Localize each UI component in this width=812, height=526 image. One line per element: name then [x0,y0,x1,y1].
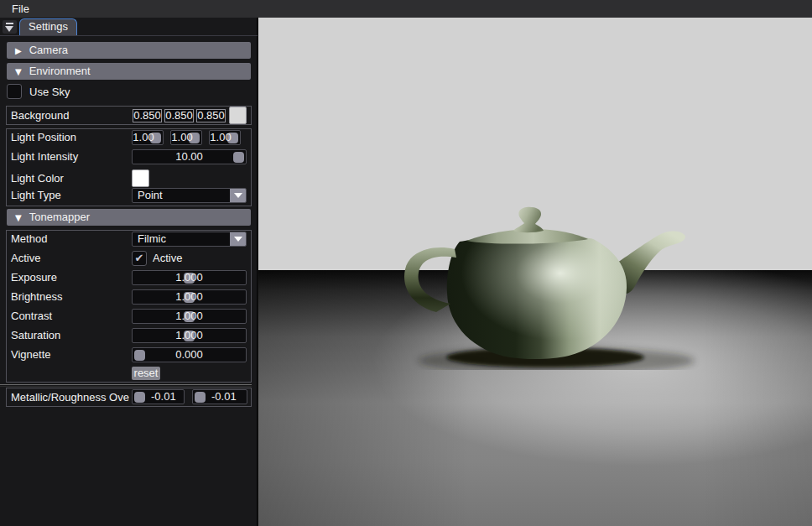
value-text: -0.01 [133,390,176,403]
background-b-input[interactable]: 0.850 [196,109,226,122]
dropdown-arrow-icon [234,237,242,242]
separator [0,384,252,385]
tab-settings[interactable]: Settings [19,18,77,35]
dropdown-arrow-icon [234,193,242,198]
section-label: Environment [29,65,91,77]
value-text: 0.000 [175,348,203,361]
method-label: Method [11,232,47,247]
value-text: 1.000 [175,271,203,284]
metallic-override-drag[interactable]: -0.01 [132,389,185,404]
value-text: 1.000 [175,290,203,303]
slider-grab[interactable] [134,350,145,361]
menu-file[interactable]: File [7,0,34,18]
light-position-z-drag[interactable]: 1.00 [209,130,241,145]
vignette-slider[interactable]: 0.000 [132,347,247,362]
background-r-input[interactable]: 0.850 [133,109,162,122]
value-text: -0.01 [193,390,237,403]
saturation-slider[interactable]: 1.000 [132,328,247,343]
chevron-down-icon: ▼ [15,213,22,222]
value-text: 1.000 [175,310,203,322]
active-checkbox[interactable]: ✔ [132,251,147,266]
roughness-override-drag[interactable]: -0.01 [192,389,247,404]
value-text: 1.00 [210,131,231,143]
section-header-tonemapper[interactable]: ▼Tonemapper [7,209,251,226]
value-text: 1.000 [175,329,203,341]
combo-arrow-button[interactable] [230,189,246,202]
contrast-slider[interactable]: 1.000 [132,309,247,324]
combo-value: Point [138,189,163,201]
checkmark-icon: ✔ [135,252,144,264]
tab-list-arrow-icon [5,26,13,32]
value-text: 1.00 [171,131,192,143]
brightness-label: Brightness [11,289,62,305]
saturation-label: Saturation [11,328,60,343]
brightness-slider[interactable]: 1.000 [132,289,247,305]
light-position-x-drag[interactable]: 1.00 [132,130,164,145]
teapot-render [384,194,703,370]
settings-panel: Settings ▶Camera ▼Environment Use Sky Ba… [0,18,258,526]
light-intensity-label: Light Intensity [11,149,78,164]
light-type-label: Light Type [11,188,61,203]
light-color-label: Light Color [11,169,64,187]
use-sky-checkbox[interactable] [7,84,22,99]
active-label: Active [11,251,40,266]
exposure-label: Exposure [11,270,57,285]
tab-list-icon [6,23,13,24]
background-label: Background [11,106,69,125]
chevron-down-icon: ▼ [15,67,22,76]
active-checkbox-label: Active [153,251,182,266]
section-header-environment[interactable]: ▼Environment [7,63,251,80]
method-combo[interactable]: Filmic [132,232,247,247]
section-label: Camera [29,44,68,56]
section-label: Tonemapper [29,211,90,223]
contrast-label: Contrast [11,309,52,324]
metallic-roughness-label: Metallic/Roughness Ove [11,388,129,407]
light-position-y-drag[interactable]: 1.00 [170,130,202,145]
use-sky-label: Use Sky [29,84,70,100]
section-header-camera[interactable]: ▶Camera [7,42,251,59]
combo-arrow-button[interactable] [230,232,246,246]
reset-button[interactable]: reset [132,367,160,380]
chevron-right-icon: ▶ [15,46,22,55]
menu-bar: File [0,0,812,18]
background-g-input[interactable]: 0.850 [164,109,194,122]
light-type-combo[interactable]: Point [132,188,247,203]
light-color-swatch[interactable] [132,169,149,187]
vignette-label: Vignette [11,347,50,362]
slider-grab[interactable] [233,152,244,163]
viewport-3d[interactable] [258,18,812,526]
light-position-label: Light Position [11,130,76,145]
tab-list-button[interactable] [3,20,17,34]
value-text: 10.00 [175,150,203,163]
value-text: 1.00 [133,131,154,143]
tab-bar: Settings [0,18,258,36]
combo-value: Filmic [138,232,166,245]
background-color-swatch[interactable] [229,107,247,124]
exposure-slider[interactable]: 1.000 [132,270,247,285]
light-intensity-slider[interactable]: 10.00 [132,149,247,164]
